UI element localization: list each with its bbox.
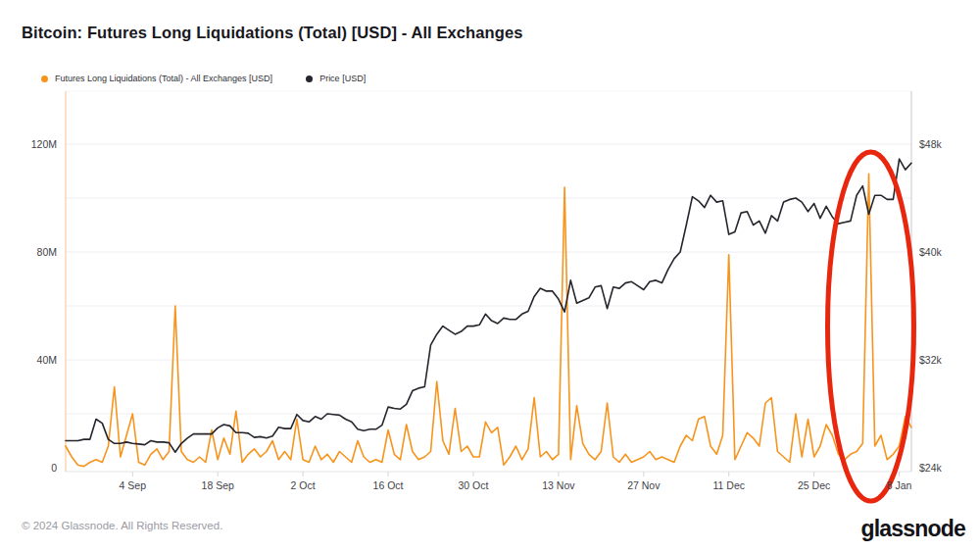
x-axis-label: 13 Nov (529, 479, 588, 491)
glassnode-logo: glassnode (860, 516, 965, 542)
y-axis-left-label: 0 (8, 462, 57, 474)
y-axis-right-label: $48k (919, 138, 942, 150)
copyright-text: © 2024 Glassnode. All Rights Reserved. (22, 520, 222, 531)
x-axis-label: 18 Sep (188, 479, 247, 491)
x-axis-label: 8 Jan (870, 479, 929, 491)
liquidations-line (66, 174, 911, 466)
y-axis-left-label: 120M (8, 138, 57, 150)
x-axis-label: 30 Oct (444, 479, 503, 491)
annotation-ellipse (828, 152, 914, 501)
x-axis-label: 25 Dec (785, 479, 844, 491)
x-axis-label: 2 Oct (273, 479, 332, 491)
x-axis-label: 11 Dec (700, 479, 759, 491)
x-axis-label: 4 Sep (103, 479, 162, 491)
y-axis-right-label: $32k (919, 354, 942, 366)
x-axis-label: 27 Nov (614, 479, 673, 491)
y-axis-left-label: 80M (8, 246, 57, 258)
chart-canvas[interactable] (0, 0, 980, 552)
x-axis-label: 16 Oct (359, 479, 417, 491)
glassnode-chart-page: Bitcoin: Futures Long Liquidations (Tota… (0, 0, 980, 552)
chart-plot-area[interactable]: 040M80M120M$24k$32k$40k$48k4 Sep18 Sep2 … (0, 0, 980, 552)
y-axis-right-label: $24k (919, 462, 942, 474)
y-axis-right-label: $40k (919, 246, 942, 258)
y-axis-left-label: 40M (8, 354, 57, 366)
